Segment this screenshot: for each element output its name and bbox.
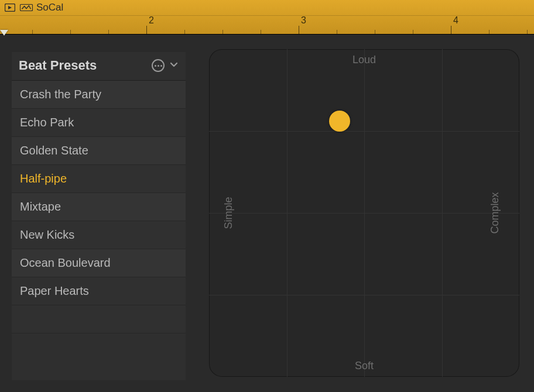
- preset-sidebar: Beat Presets Crash the PartyEcho ParkGol…: [12, 52, 186, 380]
- xy-label-bottom: Soft: [355, 360, 374, 372]
- track-title-row: SoCal: [0, 0, 534, 15]
- main-area: Beat Presets Crash the PartyEcho ParkGol…: [0, 34, 534, 392]
- ruler-marker: 2: [149, 15, 154, 26]
- xy-label-left: Simple: [222, 197, 235, 229]
- preset-item[interactable]: Crash the Party: [12, 81, 186, 109]
- track-name: SoCal: [36, 2, 63, 13]
- xy-panel: Loud Soft Simple Complex: [186, 35, 534, 392]
- play-icon[interactable]: [4, 2, 16, 13]
- preset-item[interactable]: Half-pipe: [12, 165, 186, 193]
- ruler-marker: 3: [301, 15, 306, 26]
- preset-item-empty: [12, 305, 186, 333]
- sidebar-title: Beat Presets: [19, 58, 97, 73]
- xy-puck[interactable]: [329, 111, 350, 132]
- sidebar-header: Beat Presets: [12, 52, 186, 80]
- preset-item[interactable]: Ocean Boulevard: [12, 249, 186, 277]
- xy-label-right: Complex: [489, 192, 501, 233]
- preset-item[interactable]: New Kicks: [12, 221, 186, 249]
- playhead[interactable]: [0, 30, 8, 36]
- ruler-marker: 4: [453, 15, 458, 26]
- xy-label-top: Loud: [352, 54, 376, 66]
- xy-pad[interactable]: Loud Soft Simple Complex: [209, 49, 519, 377]
- preset-list[interactable]: Crash the PartyEcho ParkGolden StateHalf…: [12, 80, 186, 380]
- track-header: SoCal 234: [0, 0, 534, 34]
- chevron-down-icon[interactable]: [169, 60, 179, 71]
- preset-item[interactable]: Echo Park: [12, 109, 186, 137]
- svg-rect-2: [20, 5, 32, 11]
- preset-item[interactable]: Paper Hearts: [12, 277, 186, 305]
- timeline-ruler[interactable]: 234: [0, 15, 534, 34]
- preset-item[interactable]: Golden State: [12, 137, 186, 165]
- preset-item[interactable]: Mixtape: [12, 193, 186, 221]
- svg-marker-1: [8, 6, 12, 9]
- more-icon[interactable]: [152, 59, 165, 72]
- region-icon[interactable]: [20, 2, 33, 13]
